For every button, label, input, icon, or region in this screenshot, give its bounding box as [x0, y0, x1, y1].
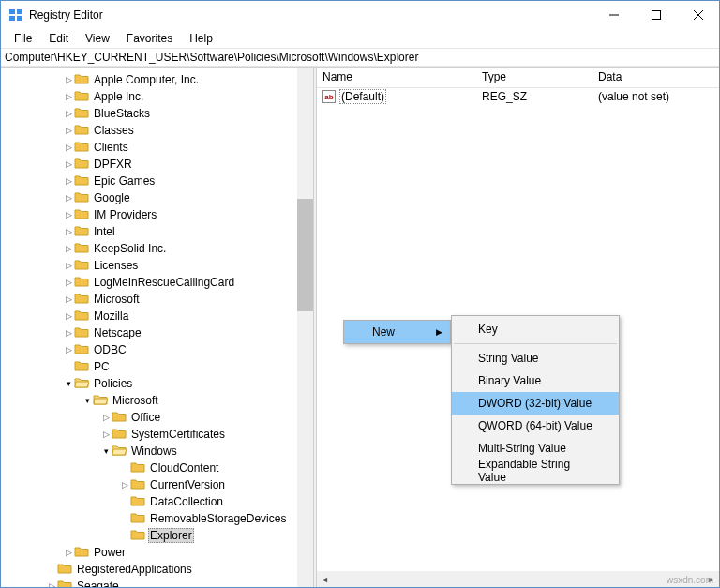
menu-file[interactable]: File [7, 30, 39, 47]
folder-icon [112, 410, 129, 426]
folder-icon [57, 562, 75, 578]
values-hscrollbar[interactable]: ◄ ► [317, 571, 719, 587]
chevron-right-icon[interactable]: ▷ [63, 548, 74, 557]
chevron-down-icon[interactable]: ▾ [63, 379, 74, 388]
chevron-right-icon[interactable]: ▷ [63, 159, 74, 169]
tree-scrollbar-track[interactable] [297, 68, 313, 587]
context-item[interactable]: Expandable String Value [452, 460, 619, 482]
chevron-right-icon[interactable]: ▷ [63, 227, 74, 236]
tree-item[interactable]: ▷ODBC [1, 341, 313, 358]
context-item[interactable]: DWORD (32-bit) Value [452, 392, 619, 415]
tree-item[interactable]: DataCollection [1, 493, 313, 510]
chevron-right-icon[interactable]: ▷ [63, 92, 74, 101]
tree-item[interactable]: ▷LogMeInRescueCallingCard [1, 274, 313, 291]
menu-help[interactable]: Help [182, 30, 220, 47]
chevron-right-icon[interactable]: ▷ [63, 193, 74, 203]
tree-item[interactable]: ▷Epic Games [1, 173, 313, 189]
tree-item[interactable]: ▷CurrentVersion [1, 476, 313, 493]
context-item[interactable]: Multi-String Value [452, 437, 619, 460]
tree-item[interactable]: ▷Intel [1, 223, 313, 240]
tree-item[interactable]: ▷Netscape [1, 324, 313, 341]
address-bar[interactable]: Computer\HKEY_CURRENT_USER\Software\Poli… [1, 48, 719, 67]
menubar: File Edit View Favorites Help [1, 29, 719, 48]
tree-item[interactable]: ▷IM Providers [1, 206, 313, 223]
context-item-new[interactable]: New ▶ [344, 321, 450, 343]
tree-item[interactable]: RemovableStorageDevices [1, 510, 313, 527]
value-row-default[interactable]: ab (Default) REG_SZ (value not set) [317, 88, 719, 105]
tree-item[interactable]: ▷KeepSolid Inc. [1, 240, 313, 257]
tree-item[interactable]: ▷Clients [1, 139, 313, 156]
tree-item[interactable]: ▷Apple Inc. [1, 88, 313, 105]
folder-icon [74, 89, 92, 105]
registry-editor-window: Registry Editor File Edit View Favorites… [0, 0, 720, 588]
tree-item[interactable]: ▷Google [1, 189, 313, 206]
tree-item[interactable]: ▾Policies [1, 375, 313, 392]
menu-favorites[interactable]: Favorites [119, 30, 180, 47]
column-data[interactable]: Data [592, 68, 719, 87]
minimize-button[interactable] [592, 1, 635, 29]
close-button[interactable] [677, 1, 719, 29]
folder-icon [74, 224, 92, 240]
tree-item[interactable]: ▷Microsoft [1, 291, 313, 308]
chevron-right-icon[interactable]: ▷ [63, 244, 74, 253]
chevron-right-icon[interactable]: ▷ [46, 581, 57, 587]
context-item[interactable]: String Value [452, 347, 619, 369]
chevron-right-icon[interactable]: ▷ [100, 430, 112, 439]
chevron-right-icon[interactable]: ▷ [63, 75, 74, 84]
chevron-right-icon[interactable]: ▷ [63, 328, 74, 338]
tree-item[interactable]: RegisteredApplications [1, 561, 313, 578]
tree-item[interactable]: ▷DPFXR [1, 156, 313, 173]
chevron-right-icon[interactable]: ▷ [119, 480, 130, 490]
chevron-right-icon[interactable]: ▷ [63, 126, 74, 135]
chevron-right-icon[interactable]: ▷ [63, 261, 74, 270]
chevron-right-icon[interactable]: ▷ [63, 311, 74, 321]
folder-icon [74, 207, 92, 223]
context-item-label: New [372, 325, 395, 339]
chevron-right-icon[interactable]: ▷ [63, 109, 74, 118]
tree-item[interactable]: ▾Microsoft [1, 392, 313, 409]
chevron-right-icon[interactable]: ▷ [100, 413, 112, 422]
menu-edit[interactable]: Edit [41, 30, 76, 47]
folder-icon [74, 258, 92, 274]
tree-item[interactable]: ▷Classes [1, 122, 313, 139]
tree-item[interactable]: ▷Apple Computer, Inc. [1, 71, 313, 88]
tree-item[interactable]: ▷Seagate [1, 578, 313, 587]
chevron-right-icon[interactable]: ▷ [63, 294, 74, 304]
tree-item-label: Licenses [92, 259, 140, 272]
chevron-right-icon[interactable]: ▷ [63, 176, 74, 186]
column-name[interactable]: Name [317, 68, 476, 87]
tree-item[interactable]: CloudContent [1, 460, 313, 476]
tree-scrollbar-thumb[interactable] [297, 199, 313, 311]
tree-item[interactable]: ▷Licenses [1, 257, 313, 274]
chevron-right-icon[interactable]: ▷ [63, 345, 74, 354]
value-type: REG_SZ [476, 90, 592, 103]
chevron-right-icon[interactable]: ▷ [63, 143, 74, 152]
folder-icon [74, 325, 92, 341]
tree-item[interactable]: Explorer [1, 527, 313, 544]
context-item[interactable]: Binary Value [452, 369, 619, 392]
folder-icon [130, 528, 148, 544]
tree-item[interactable]: PC [1, 358, 313, 375]
menu-view[interactable]: View [78, 30, 117, 47]
maximize-button[interactable] [635, 1, 677, 29]
folder-icon [74, 545, 92, 561]
chevron-right-icon[interactable]: ▷ [63, 210, 74, 219]
chevron-down-icon[interactable]: ▾ [82, 396, 93, 405]
column-type[interactable]: Type [476, 68, 592, 87]
chevron-right-icon[interactable]: ▷ [63, 278, 74, 287]
context-item[interactable]: Key [452, 318, 619, 340]
tree-item[interactable]: ▷Office [1, 409, 313, 426]
tree-item[interactable]: ▾Windows [1, 443, 313, 460]
tree-pane[interactable]: ▷Apple Computer, Inc.▷Apple Inc.▷BlueSta… [1, 68, 313, 587]
chevron-down-icon[interactable]: ▾ [100, 446, 112, 456]
tree-item-label: Apple Inc. [92, 90, 145, 103]
tree-item[interactable]: ▷SystemCertificates [1, 426, 313, 443]
tree-item-label: KeepSolid Inc. [92, 242, 168, 255]
tree-item[interactable]: ▷BlueStacks [1, 105, 313, 122]
tree-item[interactable]: ▷Mozilla [1, 308, 313, 324]
scroll-left-icon[interactable]: ◄ [317, 571, 333, 587]
tree-item[interactable]: ▷Power [1, 544, 313, 561]
context-item[interactable]: QWORD (64-bit) Value [452, 415, 619, 437]
folder-icon [57, 579, 75, 588]
body: ▷Apple Computer, Inc.▷Apple Inc.▷BlueSta… [1, 67, 719, 587]
